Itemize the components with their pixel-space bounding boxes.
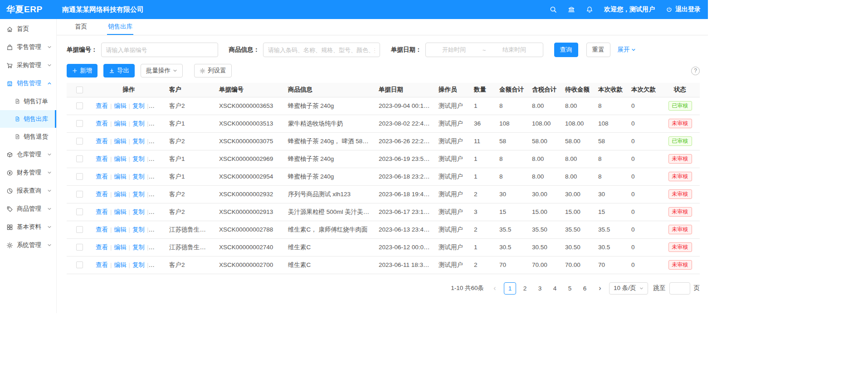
row-checkbox[interactable]: [76, 244, 83, 251]
sidebar-item-goods[interactable]: 商品管理: [0, 200, 56, 218]
status-badge: 已审核: [668, 136, 692, 146]
row-material: 蜂蜜柚子茶 240g， 啤酒 580ml xxsxx: [284, 132, 375, 150]
row-action-view[interactable]: 查看: [96, 120, 108, 127]
row-action-edit[interactable]: 编辑: [114, 261, 127, 268]
page-size-select[interactable]: 10 条/页: [609, 282, 648, 295]
row-date: 2023-06-17 23:15:31: [375, 203, 435, 221]
row-action-copy[interactable]: 复制: [132, 191, 145, 198]
row-action-view[interactable]: 查看: [96, 226, 108, 233]
sidebar-item-home[interactable]: 首页: [0, 20, 56, 38]
col-header-received: 本次收款: [595, 83, 628, 97]
sidebar-item-sales-outbound[interactable]: 销售出库: [0, 110, 56, 128]
bank-icon[interactable]: [568, 6, 575, 13]
tab-home[interactable]: 首页: [74, 19, 88, 35]
row-checkbox[interactable]: [76, 155, 83, 162]
row-checkbox[interactable]: [76, 261, 83, 268]
row-debt: 0: [628, 168, 660, 185]
row-bill-no: XSCK00000003653: [215, 97, 284, 115]
row-action-view[interactable]: 查看: [96, 191, 108, 198]
row-checkbox[interactable]: [76, 208, 83, 215]
sidebar-item-finance[interactable]: 财务管理: [0, 164, 56, 182]
add-button[interactable]: 新增: [67, 64, 98, 77]
page-button-1[interactable]: 1: [504, 282, 516, 295]
row-qty: 11: [470, 132, 496, 150]
sidebar-item-sales-return[interactable]: 销售退货: [0, 128, 56, 145]
row-action-view[interactable]: 查看: [96, 173, 108, 180]
column-settings-button[interactable]: 列设置: [194, 64, 232, 77]
logout-button[interactable]: 退出登录: [666, 5, 701, 14]
bell-icon[interactable]: [586, 6, 593, 13]
row-action-copy[interactable]: 复制: [132, 120, 145, 127]
row-checkbox[interactable]: [76, 120, 83, 127]
row-checkbox[interactable]: [76, 191, 83, 198]
page-button-4[interactable]: 4: [549, 282, 561, 295]
row-action-copy[interactable]: 复制: [132, 155, 145, 162]
pagination-summary: 1-10 共60条: [451, 284, 484, 292]
row-action-copy[interactable]: 复制: [132, 102, 145, 109]
sidebar-item-report[interactable]: 报表查询: [0, 182, 56, 200]
row-action-edit[interactable]: 编辑: [114, 191, 127, 198]
row-checkbox[interactable]: [76, 173, 83, 180]
row-checkbox[interactable]: [76, 102, 83, 109]
row-action-copy[interactable]: 复制: [132, 173, 145, 180]
row-qty: 3: [470, 203, 496, 221]
row-action-view[interactable]: 查看: [96, 138, 108, 145]
sidebar-item-purchase[interactable]: 采购管理: [0, 56, 56, 74]
date-range-picker[interactable]: 开始时间 ~ 结束时间: [425, 43, 543, 57]
page-button-2[interactable]: 2: [519, 282, 531, 295]
tab-sales-outbound[interactable]: 销售出库: [107, 19, 133, 35]
sidebar-item-system[interactable]: 系统管理: [0, 236, 56, 254]
reset-button[interactable]: 重置: [586, 43, 610, 57]
help-icon[interactable]: ?: [691, 67, 700, 75]
row-action-copy[interactable]: 复制: [132, 138, 145, 145]
row-action-view[interactable]: 查看: [96, 244, 108, 251]
export-button[interactable]: 导出: [103, 64, 135, 77]
row-action-view[interactable]: 查看: [96, 261, 108, 268]
select-all-checkbox[interactable]: [76, 87, 83, 93]
row-action-view[interactable]: 查看: [96, 102, 108, 109]
page-button-5[interactable]: 5: [564, 282, 576, 295]
prev-page-button[interactable]: ‹: [489, 284, 500, 292]
row-checkbox[interactable]: [76, 226, 83, 233]
sales-outbound-table: 操作 客户 单据编号 商品信息 单据日期 操作员 数量 金额合计 含税合计 待收…: [67, 83, 700, 274]
sidebar-item-warehouse[interactable]: 仓库管理: [0, 145, 56, 164]
top-header: 华夏ERP 南通某某网络科技有限公司 欢迎您，测试用户 退出登录: [0, 0, 708, 19]
row-operator: 测试用户: [435, 115, 470, 132]
batch-actions-button[interactable]: 批量操作: [141, 64, 183, 77]
main-content: 首页 销售出库 单据编号： 商品信息： 单据日期：: [57, 19, 708, 313]
sidebar-item-sales[interactable]: 销售管理: [0, 74, 56, 92]
row-action-edit[interactable]: 编辑: [114, 226, 127, 233]
expand-filters-link[interactable]: 展开: [618, 46, 636, 54]
sidebar-item-sales-order[interactable]: 销售订单: [0, 92, 56, 110]
row-action-edit[interactable]: 编辑: [114, 208, 127, 215]
row-action-edit[interactable]: 编辑: [114, 120, 127, 127]
page-button-6[interactable]: 6: [579, 282, 591, 295]
material-input[interactable]: [263, 43, 380, 57]
row-action-copy[interactable]: 复制: [132, 226, 145, 233]
sidebar-item-basic-data[interactable]: 基本资料: [0, 218, 56, 236]
page-button-3[interactable]: 3: [534, 282, 546, 295]
search-icon[interactable]: [550, 6, 557, 13]
sidebar-item-retail[interactable]: 零售管理: [0, 38, 56, 56]
row-action-edit[interactable]: 编辑: [114, 155, 127, 162]
row-action-view[interactable]: 查看: [96, 155, 108, 162]
col-header-debt: 本次欠款: [628, 83, 660, 97]
jump-page-input[interactable]: [669, 282, 690, 295]
row-material: 蜂蜜柚子茶 240g: [284, 150, 375, 168]
next-page-button[interactable]: ›: [595, 284, 605, 292]
row-action-copy[interactable]: 复制: [132, 244, 145, 251]
row-checkbox[interactable]: [76, 138, 83, 145]
search-button[interactable]: 查询: [554, 43, 578, 57]
row-action-edit[interactable]: 编辑: [114, 138, 127, 145]
row-action-edit[interactable]: 编辑: [114, 102, 127, 109]
download-icon: [109, 68, 115, 74]
row-action-copy[interactable]: 复制: [132, 261, 145, 268]
purchase-icon: [6, 62, 13, 69]
row-action-edit[interactable]: 编辑: [114, 244, 127, 251]
row-customer: 江苏德鲁生物科...: [166, 221, 215, 238]
row-action-edit[interactable]: 编辑: [114, 173, 127, 180]
export-label: 导出: [117, 67, 129, 75]
row-action-view[interactable]: 查看: [96, 208, 108, 215]
bill-no-input[interactable]: [101, 43, 218, 57]
row-action-copy[interactable]: 复制: [132, 208, 145, 215]
